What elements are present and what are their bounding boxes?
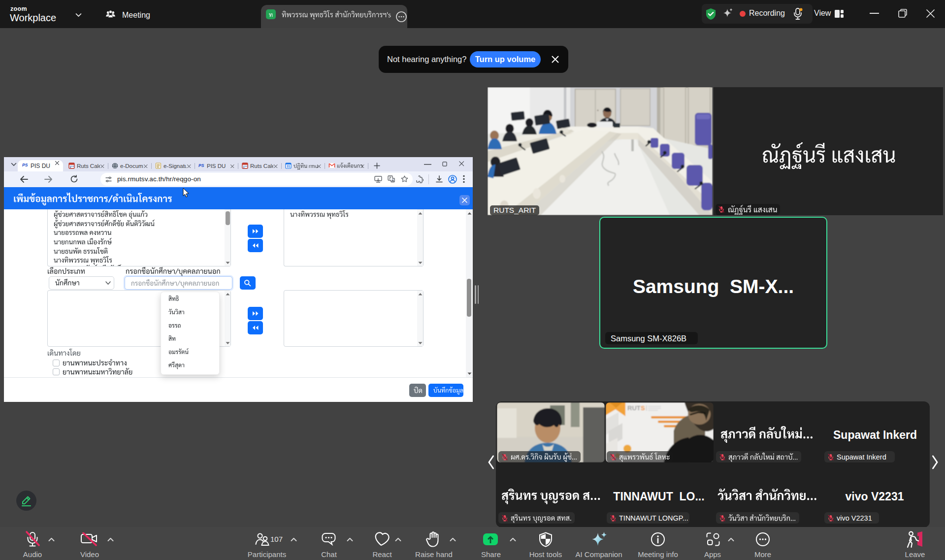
svg-text:31: 31 xyxy=(287,165,291,168)
svg-text:S: S xyxy=(641,404,645,412)
svg-text:RUT: RUT xyxy=(627,404,641,412)
